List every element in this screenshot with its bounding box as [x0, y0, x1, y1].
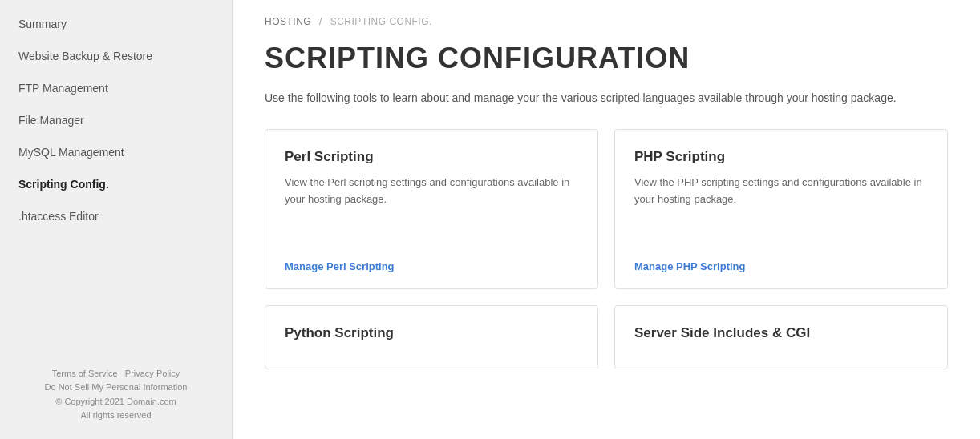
breadcrumb: HOSTING / SCRIPTING CONFIG. [265, 16, 948, 27]
card-link-perl[interactable]: Manage Perl Scripting [285, 260, 578, 272]
do-not-sell-link[interactable]: Do Not Sell My Personal Information [45, 382, 188, 392]
card-php: PHP ScriptingView the PHP scripting sett… [614, 129, 948, 289]
sidebar-item-summary[interactable]: Summary [0, 8, 232, 40]
card-desc-perl: View the Perl scripting settings and con… [285, 175, 578, 244]
breadcrumb-parent[interactable]: HOSTING [265, 16, 311, 27]
page-description: Use the following tools to learn about a… [265, 90, 922, 107]
card-title-php: PHP Scripting [634, 149, 928, 165]
card-desc-php: View the PHP scripting settings and conf… [634, 175, 928, 244]
rights-text: All rights reserved [16, 409, 216, 423]
card-title-perl: Perl Scripting [285, 149, 578, 165]
sidebar-item-website-backup[interactable]: Website Backup & Restore [0, 40, 232, 72]
sidebar-nav: SummaryWebsite Backup & RestoreFTP Manag… [0, 0, 232, 232]
sidebar-item-ftp-management[interactable]: FTP Management [0, 72, 232, 104]
copyright-text: © Copyright 2021 Domain.com [16, 395, 216, 409]
sidebar-item-mysql-management[interactable]: MySQL Management [0, 136, 232, 168]
sidebar-footer: Terms of Service Privacy Policy Do Not S… [0, 351, 232, 439]
card-perl: Perl ScriptingView the Perl scripting se… [265, 129, 598, 289]
sidebar-item-scripting-config[interactable]: Scripting Config. [0, 168, 232, 200]
card-link-php[interactable]: Manage PHP Scripting [634, 260, 928, 272]
page-title: SCRIPTING CONFIGURATION [265, 42, 948, 75]
cards-grid: Perl ScriptingView the Perl scripting se… [265, 129, 948, 369]
sidebar-footer-links: Terms of Service Privacy Policy [16, 367, 216, 381]
terms-of-service-link[interactable]: Terms of Service [52, 369, 118, 378]
main-content: HOSTING / SCRIPTING CONFIG. SCRIPTING CO… [233, 0, 980, 439]
card-title-ssi-cgi: Server Side Includes & CGI [634, 325, 928, 341]
breadcrumb-separator: / [319, 16, 322, 27]
card-title-python: Python Scripting [285, 325, 578, 341]
card-python: Python Scripting [265, 305, 598, 369]
breadcrumb-current: SCRIPTING CONFIG. [330, 16, 432, 27]
card-ssi-cgi: Server Side Includes & CGI [614, 305, 948, 369]
sidebar: SummaryWebsite Backup & RestoreFTP Manag… [0, 0, 233, 439]
sidebar-item-file-manager[interactable]: File Manager [0, 104, 232, 136]
privacy-policy-link[interactable]: Privacy Policy [125, 369, 180, 378]
sidebar-item-htaccess-editor[interactable]: .htaccess Editor [0, 200, 232, 232]
